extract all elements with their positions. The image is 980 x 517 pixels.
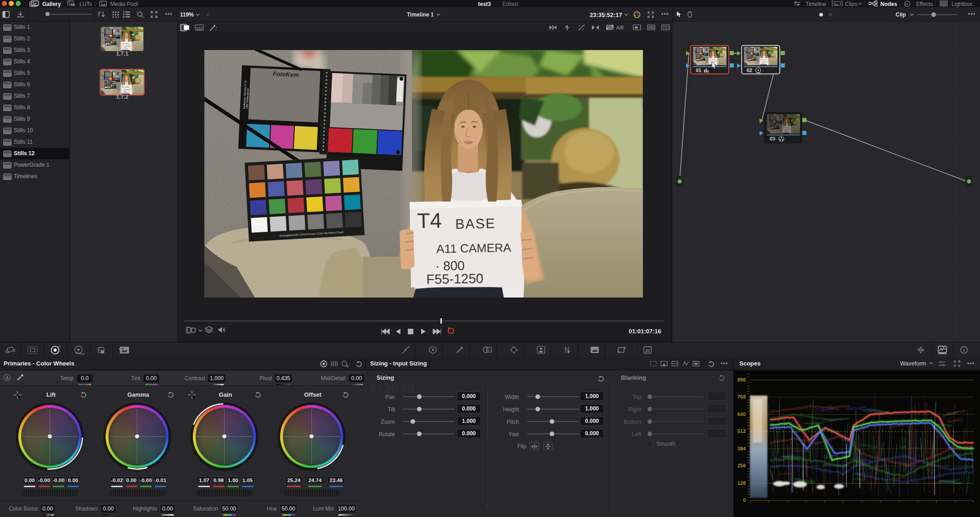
svg-text:3D: 3D <box>645 348 650 353</box>
svg-text:HDR: HDR <box>79 353 85 355</box>
svg-text:LOG: LOG <box>346 365 349 367</box>
svg-text:HDR: HDR <box>756 72 760 74</box>
svg-text:fx: fx <box>905 2 908 6</box>
